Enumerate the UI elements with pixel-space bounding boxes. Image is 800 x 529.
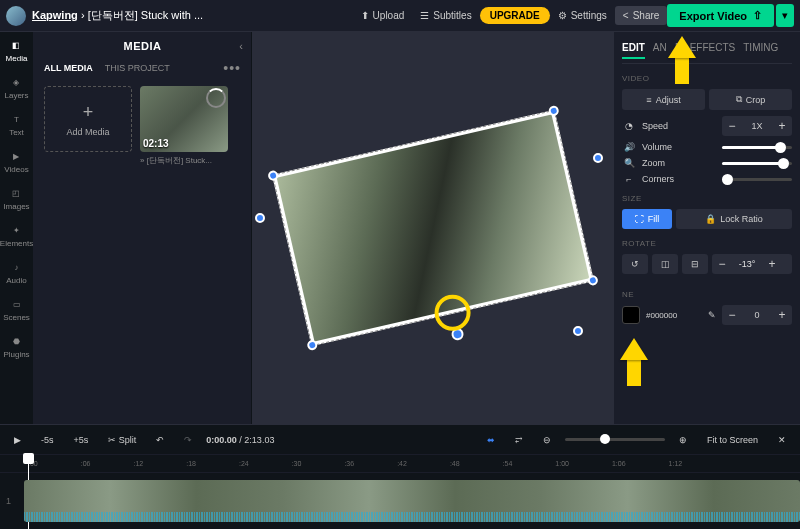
subtitles-icon: ☰ <box>420 10 429 21</box>
rotate-plus[interactable]: + <box>762 254 782 274</box>
rail-scenes[interactable]: ▭Scenes <box>3 297 30 322</box>
tab-effects[interactable]: EFFECTS <box>690 42 736 59</box>
fit-to-screen-button[interactable]: Fit to Screen <box>701 432 764 448</box>
media-icon: ◧ <box>9 38 23 52</box>
tab-animate[interactable]: AN E <box>653 42 682 59</box>
scenes-icon: ▭ <box>10 297 24 311</box>
zoom-icon: 🔍 <box>622 158 636 168</box>
rail-images[interactable]: ◰Images <box>3 186 29 211</box>
share-icon: < <box>623 10 629 21</box>
settings-button[interactable]: ⚙Settings <box>550 6 615 25</box>
timeline-clip[interactable] <box>24 480 800 522</box>
media-panel: MEDIA‹ ALL MEDIA THIS PROJECT ••• +Add M… <box>34 32 252 424</box>
tab-all-media[interactable]: ALL MEDIA <box>44 63 93 73</box>
right-properties-panel: EDIT AN E EFFECTS TIMING VIDEO ≡Adjust ⧉… <box>614 32 800 424</box>
redo-button[interactable]: ↷ <box>178 432 198 448</box>
user-avatar[interactable] <box>6 6 26 26</box>
snap-button[interactable]: ⬌ <box>481 432 501 448</box>
export-dropdown[interactable]: ▾ <box>776 4 794 27</box>
video-clip-frame[interactable] <box>272 110 594 347</box>
side-handle[interactable] <box>255 213 265 223</box>
upload-button[interactable]: ⬆Upload <box>353 6 413 25</box>
speed-stepper[interactable]: −1X+ <box>722 116 792 136</box>
tab-timing[interactable]: TIMING <box>743 42 778 59</box>
fill-button[interactable]: ⛶Fill <box>622 209 672 229</box>
side-handle[interactable] <box>573 326 583 336</box>
fwd-5s-button[interactable]: +5s <box>68 432 95 448</box>
subtitles-button[interactable]: ☰Subtitles <box>412 6 479 25</box>
zoom-slider[interactable] <box>722 162 792 165</box>
back-5s-button[interactable]: -5s <box>35 432 60 448</box>
rail-videos[interactable]: ▶Videos <box>4 149 28 174</box>
speed-plus[interactable]: + <box>772 116 792 136</box>
outline-color-swatch[interactable] <box>622 306 640 324</box>
media-more-icon[interactable]: ••• <box>223 60 241 76</box>
adjust-icon: ≡ <box>646 95 651 105</box>
outline-minus[interactable]: − <box>722 305 742 325</box>
volume-icon: 🔊 <box>622 142 636 152</box>
rotate-stepper[interactable]: −-13°+ <box>712 254 792 274</box>
close-timeline-button[interactable]: ✕ <box>772 432 792 448</box>
left-rail: ◧Media ◈Layers TText ▶Videos ◰Images ✦El… <box>0 32 34 424</box>
canvas-area[interactable] <box>252 32 614 424</box>
lock-ratio-button[interactable]: 🔒Lock Ratio <box>676 209 792 229</box>
text-icon: T <box>9 112 23 126</box>
collapse-panel-icon[interactable]: ‹ <box>239 40 243 52</box>
outline-color-value: #000000 <box>646 311 677 320</box>
rail-layers[interactable]: ◈Layers <box>4 75 28 100</box>
trim-mode-button[interactable]: ⥂ <box>509 432 529 448</box>
rail-text[interactable]: TText <box>9 112 24 137</box>
resize-handle-br[interactable] <box>587 274 599 286</box>
rotate-minus[interactable]: − <box>712 254 732 274</box>
speed-minus[interactable]: − <box>722 116 742 136</box>
split-button[interactable]: ✂ Split <box>102 432 142 448</box>
rotate-left-icon: ↺ <box>631 259 639 269</box>
tab-this-project[interactable]: THIS PROJECT <box>105 63 170 73</box>
share-button[interactable]: <Share <box>615 6 668 25</box>
side-handle[interactable] <box>593 153 603 163</box>
play-button[interactable]: ▶ <box>8 432 27 448</box>
timeline-track[interactable]: 1 <box>0 473 800 529</box>
upgrade-button[interactable]: UPGRADE <box>480 7 550 24</box>
rail-plugins[interactable]: ⬣Plugins <box>3 334 29 359</box>
plus-icon: + <box>83 102 94 123</box>
flip-h-button[interactable]: ◫ <box>652 254 678 274</box>
zoom-out-button[interactable]: ⊖ <box>537 432 557 448</box>
volume-label: Volume <box>642 142 716 152</box>
section-rotate-label: ROTATE <box>622 239 792 248</box>
adjust-button[interactable]: ≡Adjust <box>622 89 705 110</box>
upload-icon: ⬆ <box>361 10 369 21</box>
zoom-in-button[interactable]: ⊕ <box>673 432 693 448</box>
flip-v-button[interactable]: ⊟ <box>682 254 708 274</box>
flip-v-icon: ⊟ <box>691 259 699 269</box>
outline-plus[interactable]: + <box>772 305 792 325</box>
speed-label: Speed <box>642 121 716 131</box>
track-number: 1 <box>6 496 24 506</box>
eyedropper-icon[interactable]: ✎ <box>708 310 716 320</box>
corners-slider[interactable] <box>722 178 792 181</box>
timeline: ▶ -5s +5s ✂ Split ↶ ↷ 0:00.00 / 2:13.03 … <box>0 424 800 529</box>
section-outline-label: NE <box>622 290 792 299</box>
elements-icon: ✦ <box>10 223 24 237</box>
rotate-handle[interactable] <box>450 327 464 341</box>
rotate-left-button[interactable]: ↺ <box>622 254 648 274</box>
undo-button[interactable]: ↶ <box>150 432 170 448</box>
rail-media[interactable]: ◧Media <box>6 38 28 63</box>
outline-stepper[interactable]: −0+ <box>722 305 792 325</box>
export-video-button[interactable]: Export Video⇧ <box>667 4 774 27</box>
media-thumbnail[interactable]: 02:13 » [단독버전] Stuck... <box>140 86 228 166</box>
crop-button[interactable]: ⧉Crop <box>709 89 792 110</box>
plugins-icon: ⬣ <box>10 334 24 348</box>
rail-elements[interactable]: ✦Elements <box>0 223 33 248</box>
rail-audio[interactable]: ♪Audio <box>6 260 26 285</box>
corners-icon: ⌐ <box>622 174 636 184</box>
timeline-ruler[interactable]: :00:06:12:18:24:30:36:42:48:541:001:061:… <box>0 455 800 473</box>
add-media-button[interactable]: +Add Media <box>44 86 132 152</box>
zoom-label: Zoom <box>642 158 716 168</box>
volume-slider[interactable] <box>722 146 792 149</box>
breadcrumb[interactable]: Kapwing › [단독버전] Stuck with ... <box>32 8 353 23</box>
corners-label: Corners <box>642 174 716 184</box>
timeline-zoom-slider[interactable] <box>565 438 665 441</box>
tab-edit[interactable]: EDIT <box>622 42 645 59</box>
fill-icon: ⛶ <box>635 214 644 224</box>
